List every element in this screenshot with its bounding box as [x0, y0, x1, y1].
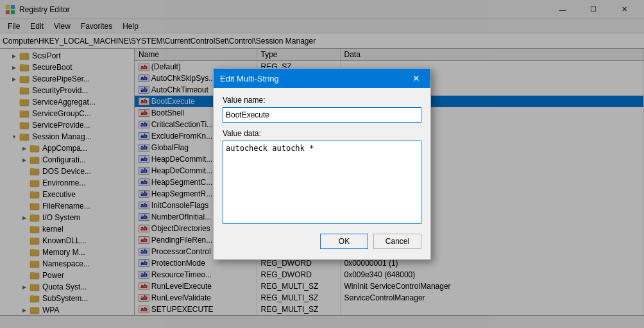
modal-close-button[interactable]: ✕ [409, 71, 424, 86]
modal-body: Value name: Value data: OK Cancel [214, 88, 430, 259]
modal-buttons: OK Cancel [223, 234, 421, 252]
value-name-input[interactable] [223, 107, 421, 123]
ok-button[interactable]: OK [320, 234, 368, 249]
cancel-button[interactable]: Cancel [373, 234, 421, 249]
value-name-label: Value name: [223, 96, 421, 105]
modal-overlay: Edit Multi-String ✕ Value name: Value da… [0, 0, 644, 328]
value-data-label: Value data: [223, 129, 421, 138]
value-data-textarea[interactable] [223, 141, 421, 224]
edit-multistring-modal: Edit Multi-String ✕ Value name: Value da… [213, 68, 431, 260]
modal-title: Edit Multi-String [220, 74, 409, 83]
modal-title-bar: Edit Multi-String ✕ [214, 69, 430, 88]
